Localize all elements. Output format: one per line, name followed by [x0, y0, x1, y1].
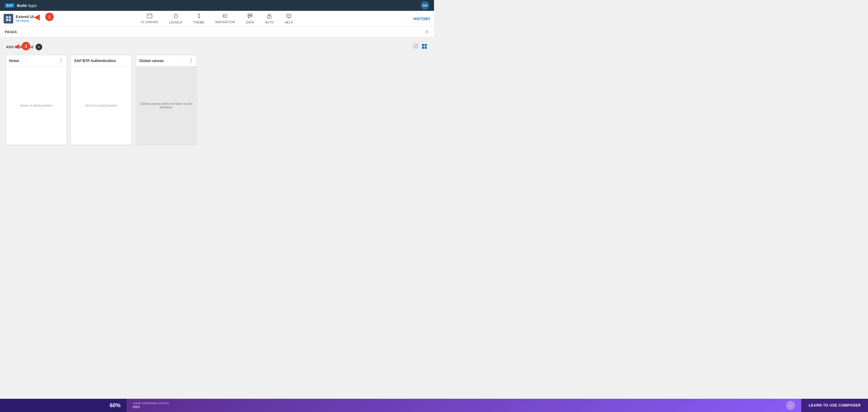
svg-rect-0 [6, 16, 8, 19]
page-card-title-sap-btp: SAP BTP Authentication [74, 59, 116, 63]
page-card-title-global: Global canvas [139, 59, 164, 63]
svg-rect-4 [147, 14, 152, 18]
page-card-home[interactable]: Home ⋮ Hover to load preview [6, 56, 66, 144]
app-home-link[interactable]: ▾ Home [16, 19, 34, 23]
svg-rect-18 [248, 18, 250, 18]
close-button[interactable]: ✕ [425, 29, 429, 35]
nav-item-auth[interactable]: AUTH [259, 11, 279, 27]
user-avatar[interactable]: GA [421, 1, 429, 10]
app-name: Extend UI [16, 14, 34, 19]
tutorial-badge-1: 1 [45, 13, 54, 21]
sap-logo: SAP [5, 3, 14, 8]
svg-rect-2 [6, 19, 8, 21]
center-nav: UI CANVAS LAUNCH THEME [135, 11, 299, 27]
svg-rect-17 [248, 16, 252, 17]
list-view-button[interactable] [412, 43, 420, 50]
page-card-title-home: Home [9, 59, 19, 63]
svg-point-20 [269, 16, 270, 17]
app-info: Extend UI ▾ Home [16, 14, 34, 23]
svg-rect-21 [287, 14, 291, 18]
svg-rect-27 [422, 44, 424, 46]
grid-view-button[interactable] [421, 43, 428, 50]
add-new-page-button[interactable]: + [36, 44, 42, 50]
nav-label-launch: LAUNCH [169, 21, 182, 24]
nav-label-help: HELP [284, 21, 293, 24]
top-nav-left: SAP Build Apps [5, 3, 37, 8]
history-link[interactable]: HISTORY [413, 17, 430, 21]
page-card-body-home: Hover to load preview [6, 66, 66, 144]
ui-canvas-icon [147, 13, 152, 20]
page-card-header-home: Home ⋮ [6, 56, 66, 66]
theme-icon [196, 13, 201, 20]
help-icon [286, 13, 291, 20]
page-card-menu-global[interactable]: ⋮ [189, 58, 193, 64]
nav-right: HISTORY [413, 16, 430, 22]
view-toggles [412, 43, 428, 50]
page-card-sap-btp[interactable]: SAP BTP Authentication ⋮ Hover to load p… [71, 56, 131, 144]
auth-icon [267, 13, 272, 20]
tutorial-arrow-1 [34, 14, 40, 21]
page-card-global-canvas[interactable]: Global canvas ⋮ Global canvas does not h… [136, 56, 196, 144]
sub-nav-left: Extend UI ▾ Home 1 [4, 14, 70, 24]
nav-item-navigation[interactable]: NAVIGATION [210, 11, 241, 27]
app-icon[interactable] [4, 14, 13, 24]
page-card-menu-sap-btp[interactable]: ⋮ [124, 58, 128, 64]
app-type-label: Build Apps [17, 3, 37, 8]
nav-label-data: DATA [246, 21, 254, 24]
page-card-menu-home[interactable]: ⋮ [59, 58, 63, 64]
nav-label-auth: AUTH [265, 21, 274, 24]
pages-grid: Home ⋮ Hover to load preview SAP BTP Aut… [6, 56, 428, 144]
top-nav-right: GA [421, 1, 429, 10]
main-content: ADD NEW PAGE + 2 [0, 37, 434, 193]
nav-item-data[interactable]: DATA [241, 11, 259, 27]
add-page-left: ADD NEW PAGE + 2 [6, 44, 42, 50]
data-icon [247, 13, 253, 20]
page-card-header-sap-btp: SAP BTP Authentication ⋮ [71, 56, 131, 66]
pages-title: PAGES [5, 30, 17, 34]
pages-header: PAGES ✕ [0, 27, 434, 37]
svg-rect-16 [248, 14, 252, 15]
nav-label-ui-canvas: UI CANVAS [141, 21, 158, 24]
nav-label-navigation: NAVIGATION [216, 21, 235, 24]
nav-item-theme[interactable]: THEME [188, 11, 210, 27]
nav-item-ui-canvas[interactable]: UI CANVAS [135, 11, 164, 27]
page-card-body-global: Global canvas does not have a user inter… [136, 66, 196, 144]
svg-point-6 [174, 14, 178, 18]
svg-rect-28 [425, 44, 427, 46]
svg-rect-30 [425, 47, 427, 49]
svg-rect-3 [9, 19, 11, 21]
page-card-header-global: Global canvas ⋮ [136, 56, 196, 66]
page-card-body-sap-btp: Hover to load preview [71, 66, 131, 144]
tutorial-badge-2: 2 [22, 42, 30, 50]
svg-rect-29 [422, 47, 424, 49]
launch-icon [173, 13, 178, 20]
sub-navigation: Extend UI ▾ Home 1 UI CANVAS [0, 11, 434, 27]
nav-label-theme: THEME [193, 21, 205, 24]
nav-item-launch[interactable]: LAUNCH [164, 11, 188, 27]
svg-marker-8 [175, 13, 176, 15]
navigation-icon [222, 13, 228, 20]
nav-item-help[interactable]: HELP [279, 11, 299, 27]
add-page-bar: ADD NEW PAGE + 2 [6, 43, 428, 50]
svg-rect-1 [9, 16, 11, 19]
tutorial-arrow-2 [14, 44, 19, 49]
top-navigation: SAP Build Apps GA [0, 0, 434, 11]
